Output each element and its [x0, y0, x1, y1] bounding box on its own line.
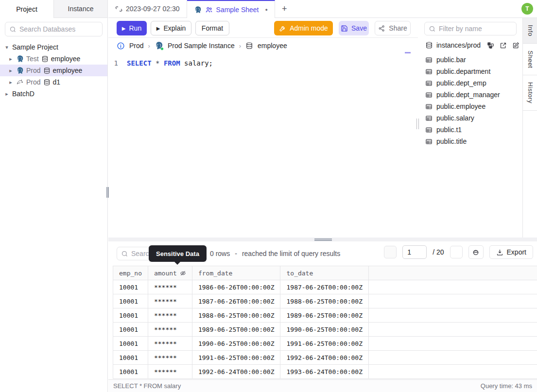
- code-line: 1 SELECT * FROM salary;: [108, 59, 411, 67]
- breadcrumb-database[interactable]: employee: [258, 42, 287, 50]
- dash-separator: -: [235, 250, 237, 257]
- cell: 1989-06-25T00:00:00Z: [192, 323, 280, 337]
- tab-instance[interactable]: Instance: [54, 0, 107, 17]
- schema-diagram-icon[interactable]: [487, 42, 494, 49]
- column-header[interactable]: emp_no: [113, 266, 148, 280]
- format-button[interactable]: Format: [195, 21, 229, 35]
- database-label: d1: [53, 78, 61, 86]
- toolbar: ▶ Run ▶ Explain Format Admin mode Save: [108, 18, 418, 38]
- tab-sample-sheet[interactable]: Sample Sheet ●: [187, 0, 275, 18]
- table-list-item[interactable]: public.t1: [418, 124, 522, 136]
- table-list-item[interactable]: public.dept_emp: [418, 77, 522, 89]
- export-button[interactable]: Export: [489, 245, 533, 259]
- database-label: employee: [53, 67, 83, 74]
- cell: 1993-06-24T00:00:00Z: [280, 365, 369, 379]
- project-label: BatchD: [12, 90, 35, 98]
- column-header-masked[interactable]: amount: [148, 266, 192, 280]
- table-row[interactable]: 10001 ****** 1988-06-25T00:00:00Z 1989-0…: [113, 308, 537, 323]
- project-label: Sample Project: [12, 43, 58, 51]
- eye-off-icon: [180, 270, 186, 276]
- connection-row[interactable]: instances/prod: [425, 41, 517, 49]
- play-icon: ▶: [122, 26, 126, 31]
- limit-note: reached the limit of query results: [242, 250, 340, 257]
- right-resize-handle[interactable]: [416, 119, 419, 129]
- tab-sheet[interactable]: Sheet: [523, 44, 537, 75]
- admin-mode-button[interactable]: Admin mode: [274, 21, 333, 35]
- breadcrumb-instance[interactable]: Prod Sample Instance: [168, 42, 235, 50]
- cell: 1987-06-26T00:00:00Z: [280, 280, 369, 294]
- table-list-item[interactable]: public.department: [418, 66, 522, 77]
- tree-node-prod-d1[interactable]: ▸ Prod d1: [0, 76, 107, 88]
- filter-by-name-input[interactable]: [439, 25, 512, 33]
- next-page-button[interactable]: [450, 246, 463, 258]
- edit-icon[interactable]: [512, 42, 520, 49]
- cell: 10001: [113, 294, 148, 308]
- left-sidebar: Project Instance ▾ Sample Project ▸ Test: [0, 0, 108, 392]
- search-databases-input[interactable]: [19, 25, 98, 33]
- save-button[interactable]: Save: [339, 21, 369, 35]
- table-row[interactable]: 10001 ****** 1990-06-25T00:00:00Z 1991-0…: [113, 337, 537, 351]
- cell: 1990-06-25T00:00:00Z: [192, 337, 280, 351]
- table-list-item[interactable]: public.bar: [418, 54, 522, 66]
- table-icon: [425, 138, 433, 145]
- search-databases-box: [5, 22, 103, 36]
- tree-node-sample-project[interactable]: ▾ Sample Project: [0, 41, 107, 53]
- shared-people-icon: [205, 6, 213, 14]
- masking-icon: [472, 248, 480, 256]
- info-icon[interactable]: [117, 42, 125, 50]
- table-row[interactable]: 10001 ****** 1986-06-26T00:00:00Z 1987-0…: [113, 280, 537, 294]
- avatar[interactable]: T: [521, 3, 533, 15]
- mysql-icon: [16, 78, 24, 86]
- masking-button[interactable]: [468, 245, 484, 259]
- wrench-icon: [279, 25, 286, 32]
- tree-node-prod-employee[interactable]: ▸ Prod employee: [0, 65, 107, 76]
- column-header[interactable]: to_date: [280, 266, 369, 280]
- sql-editor[interactable]: 1 SELECT * FROM salary;: [108, 53, 411, 238]
- cell: 1991-06-25T00:00:00Z: [192, 351, 280, 365]
- tree-node-batchd[interactable]: ▸ BatchD: [0, 88, 107, 100]
- tab-history[interactable]: History: [523, 75, 537, 111]
- online-status-dot: [160, 47, 164, 51]
- tab-project[interactable]: Project: [0, 0, 54, 18]
- pagination: / 20 Export: [384, 245, 533, 259]
- explain-button[interactable]: ▶ Explain: [151, 21, 191, 35]
- right-panel-tab-strip: Info Sheet History: [522, 18, 537, 238]
- column-header[interactable]: from_date: [192, 266, 280, 280]
- table-list: public.bar public.department public.dept…: [418, 54, 522, 147]
- table-list-item[interactable]: public.dept_manager: [418, 89, 522, 101]
- cell-masked: ******: [148, 294, 192, 308]
- unsaved-dot-icon: ●: [265, 7, 268, 12]
- left-resize-handle[interactable]: [106, 187, 109, 198]
- chevron-right-icon: ›: [148, 42, 150, 50]
- table-icon: [425, 56, 433, 64]
- prev-page-button[interactable]: [384, 246, 397, 258]
- table-list-item[interactable]: public.employee: [418, 101, 522, 112]
- cell-filler: [369, 294, 537, 308]
- horizontal-resize-handle[interactable]: [314, 239, 332, 241]
- external-link-icon[interactable]: [500, 42, 507, 49]
- environment-label: Prod: [26, 67, 41, 74]
- page-number-input[interactable]: [402, 245, 427, 259]
- tree-node-test-employee[interactable]: ▸ Test employee: [0, 53, 107, 65]
- cell: 10001: [113, 337, 148, 351]
- format-label: Format: [202, 24, 223, 32]
- new-tab-button[interactable]: +: [275, 0, 294, 17]
- table-row[interactable]: 10001 ****** 1989-06-25T00:00:00Z 1990-0…: [113, 323, 537, 337]
- database-tree: ▾ Sample Project ▸ Test employee ▸ Pr: [0, 41, 107, 100]
- table-list-item[interactable]: public.title: [418, 136, 522, 147]
- breadcrumb-environment[interactable]: Prod: [129, 42, 144, 50]
- run-button[interactable]: ▶ Run: [117, 21, 147, 35]
- table-list-item[interactable]: public.salary: [418, 112, 522, 124]
- share-button[interactable]: Share: [375, 21, 411, 35]
- table-row[interactable]: 10001 ****** 1987-06-26T00:00:00Z 1988-0…: [113, 294, 537, 308]
- tab-info[interactable]: Info: [523, 18, 537, 44]
- tab-timestamp-sheet[interactable]: 2023-09-27 02:30: [108, 0, 187, 17]
- column-header-filler: [369, 266, 537, 280]
- table-row[interactable]: 10001 ****** 1991-06-25T00:00:00Z 1992-0…: [113, 351, 537, 365]
- schema-sidebar: instances/prod public.bar public.departm…: [418, 18, 522, 238]
- result-grid: emp_no amount from_date to_date: [113, 266, 537, 379]
- table-row[interactable]: 10001 ****** 1992-06-24T00:00:00Z 1993-0…: [113, 365, 537, 379]
- cell-filler: [369, 323, 537, 337]
- caret-right-icon: ▸: [8, 68, 14, 74]
- table-icon: [425, 91, 433, 99]
